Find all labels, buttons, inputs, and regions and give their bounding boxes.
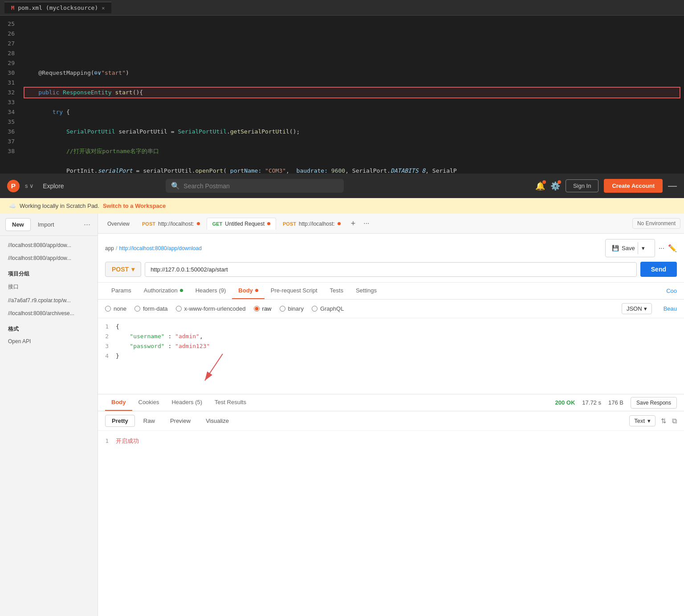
sidebar-item-3[interactable]: 接口 xyxy=(4,280,94,293)
tab-1-dot xyxy=(267,222,270,225)
save-more-icon[interactable]: ··· xyxy=(659,244,664,252)
body-opt-urlencoded[interactable]: x-www-form-urlencoded xyxy=(176,305,246,312)
body-opt-graphql[interactable]: GraphQL xyxy=(312,305,344,312)
sidebar-item-1[interactable]: //localhost:8080/app/dow... xyxy=(4,252,94,264)
tab-1-label: Untitled Request xyxy=(225,221,265,227)
nav-search[interactable]: 🔍 Search Postman xyxy=(166,179,344,193)
method-selector[interactable]: POST ▾ xyxy=(105,262,141,277)
body-dot xyxy=(255,289,258,292)
body-radio-binary[interactable] xyxy=(280,306,285,312)
req-tab-params[interactable]: Params xyxy=(105,283,138,299)
resp-tab-body[interactable]: Body xyxy=(105,394,132,411)
visualize-label: Visualize xyxy=(206,417,229,424)
resp-tab-cookies[interactable]: Cookies xyxy=(132,394,166,411)
arrow-annotation xyxy=(187,349,276,385)
nav-explore[interactable]: Explore xyxy=(39,181,67,191)
preview-label: Preview xyxy=(170,417,191,424)
body-radio-raw[interactable] xyxy=(254,306,260,312)
save-button[interactable]: 💾 Save ▾ xyxy=(605,239,655,257)
line-numbers: 25 26 27 28 29 30 31 32 33 34 35 36 37 3… xyxy=(0,16,20,174)
beautify-button[interactable]: Beau xyxy=(664,305,677,312)
edit-icon[interactable]: ✏️ xyxy=(668,244,677,252)
import-button[interactable]: Import xyxy=(34,219,58,231)
body-line-2: 2 "username" : "admin", xyxy=(98,332,684,341)
sidebar-item-4[interactable]: //a7a6af7.r9.cpolar.top/w... xyxy=(4,295,94,306)
req-tab-body[interactable]: Body xyxy=(232,283,265,299)
resp-tab-testresults[interactable]: Test Results xyxy=(208,394,252,411)
response-format-select[interactable]: Text ▾ xyxy=(629,415,656,426)
tab-0-method: POST xyxy=(142,221,155,227)
body-radio-formdata[interactable] xyxy=(134,306,140,312)
breadcrumb-url[interactable]: http://localhost:8080/app/download xyxy=(119,245,201,251)
json-format-select[interactable]: JSON ▾ xyxy=(622,303,652,314)
tab-2-method: POST xyxy=(283,221,296,227)
notification-bell[interactable]: 🔔 xyxy=(535,181,545,191)
resp-subtab-pretty[interactable]: Pretty xyxy=(105,415,135,427)
tab-2[interactable]: POST http://localhost: xyxy=(277,218,346,230)
body-opt-formdata[interactable]: form-data xyxy=(134,305,168,312)
editor-tab-label: pom.xml (myclocksource) xyxy=(18,4,98,11)
banner-text: Working locally in Scratch Pad. xyxy=(20,203,99,209)
breadcrumb: app / http://localhost:8080/app/download… xyxy=(105,239,677,257)
main-layout: New Import ··· //localhost:8080/app/dow.… xyxy=(0,214,684,616)
tab-1[interactable]: GET Untitled Request xyxy=(207,218,276,230)
body-opt-raw[interactable]: raw xyxy=(254,305,272,312)
switch-workspace-link[interactable]: Switch to a Workspace xyxy=(103,203,166,209)
body-opt-binary[interactable]: binary xyxy=(280,305,304,312)
sidebar-top: New Import ··· xyxy=(0,214,98,236)
create-account-button[interactable]: Create Account xyxy=(604,179,663,193)
tab-2-dot xyxy=(338,222,341,225)
resp-line-1: 1 开启成功 xyxy=(98,436,684,446)
req-tab-headers[interactable]: Headers (9) xyxy=(189,283,232,299)
req-tab-settings[interactable]: Settings xyxy=(350,283,383,299)
sidebar-item-5[interactable]: //localhost:8080/archivese... xyxy=(4,308,94,319)
response-subtabs: Pretty Raw Preview Visualize Text ▾ xyxy=(98,411,684,431)
minimize-button[interactable]: — xyxy=(668,181,677,191)
signin-button[interactable]: Sign In xyxy=(566,179,598,192)
sidebar-more-icon[interactable]: ··· xyxy=(82,218,92,231)
req-tab-auth[interactable]: Authorization xyxy=(138,283,189,299)
tab-overview[interactable]: Overview xyxy=(102,218,135,230)
save-label: Save xyxy=(622,245,635,251)
sidebar-item-0[interactable]: //localhost:8080/app/dow... xyxy=(4,239,94,251)
url-input[interactable] xyxy=(145,262,637,277)
resp-tab-headers[interactable]: Headers (5) xyxy=(165,394,208,411)
cookies-link[interactable]: Coo xyxy=(666,288,677,294)
response-tabs-bar: Body Cookies Headers (5) Test Results 20… xyxy=(98,394,684,411)
content-area: Overview POST http://localhost: GET Unti… xyxy=(98,214,684,616)
tab-more-button[interactable]: ··· xyxy=(360,219,373,228)
resp-subtab-raw[interactable]: Raw xyxy=(137,415,162,427)
url-container xyxy=(145,262,637,277)
body-radio-none[interactable] xyxy=(105,306,111,312)
req-tab-prerequest[interactable]: Pre-request Script xyxy=(265,283,324,299)
tab-overview-label: Overview xyxy=(107,221,130,227)
editor-tab[interactable]: M pom.xml (myclocksource) ✕ xyxy=(4,2,111,13)
sidebar-item-7[interactable]: Open API xyxy=(4,336,94,347)
new-button[interactable]: New xyxy=(5,218,31,231)
save-dropdown[interactable]: ▾ xyxy=(638,242,648,254)
editor-tab-close[interactable]: ✕ xyxy=(102,5,105,11)
resp-subtab-visualize[interactable]: Visualize xyxy=(199,415,236,427)
save-response-button[interactable]: Save Respons xyxy=(631,397,677,409)
copy-icon[interactable]: ⧉ xyxy=(672,417,677,425)
resp-subtab-preview[interactable]: Preview xyxy=(163,415,197,427)
body-radio-urlencoded[interactable] xyxy=(176,306,182,312)
sidebar-item-label-5: //localhost:8080/archivese... xyxy=(8,310,74,316)
add-tab-button[interactable]: + xyxy=(347,218,359,229)
code-content: @RequestMapping(⊙∨"start") public Respon… xyxy=(20,16,684,174)
send-button[interactable]: Send xyxy=(640,262,677,277)
tab-0[interactable]: POST http://localhost: xyxy=(136,218,206,230)
environment-selector[interactable]: No Environment xyxy=(632,218,680,229)
filter-icon[interactable]: ⇅ xyxy=(661,417,667,425)
body-opt-none[interactable]: none xyxy=(105,305,126,312)
settings-icon[interactable]: ⚙️ xyxy=(550,181,560,191)
response-area: Body Cookies Headers (5) Test Results 20… xyxy=(98,394,684,616)
body-radio-graphql[interactable] xyxy=(312,306,318,312)
req-tab-tests[interactable]: Tests xyxy=(324,283,350,299)
body-line-1: 1 { xyxy=(98,322,684,332)
sidebar-item-label-7: Open API xyxy=(8,338,31,344)
nav-right: 🔔 ⚙️ Sign In Create Account — xyxy=(535,179,677,193)
json-chevron: ▾ xyxy=(644,305,647,312)
code-editor: M pom.xml (myclocksource) ✕ 25 26 27 28 … xyxy=(0,0,684,174)
resp-headers-label: Headers (5) xyxy=(171,399,202,405)
